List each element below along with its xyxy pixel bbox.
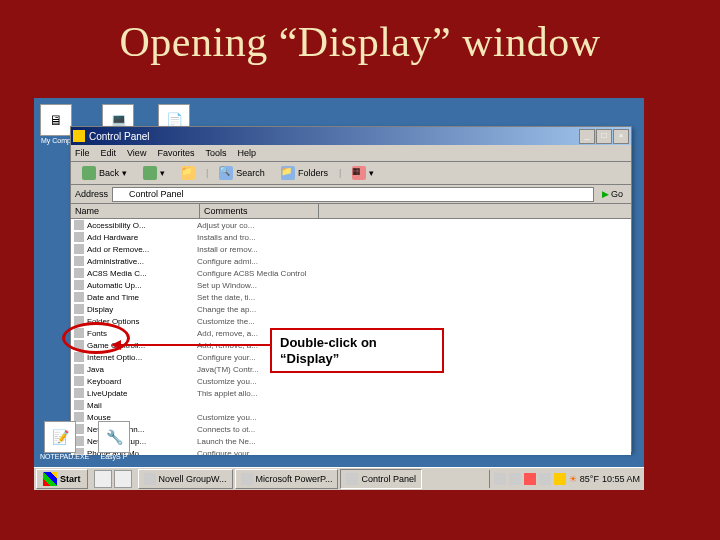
list-item[interactable]: Automatic Up...Set up Window... (71, 279, 631, 291)
item-icon (74, 364, 84, 374)
list-item[interactable]: MouseCustomize you... (71, 411, 631, 423)
ql-icon[interactable] (114, 470, 132, 488)
tray-icon[interactable] (554, 473, 566, 485)
list-item[interactable]: Network Setup...Launch the Ne... (71, 435, 631, 447)
task-buttons: Novell GroupW...Microsoft PowerP...Contr… (138, 469, 489, 489)
list-item[interactable]: Phone and Mo...Configure your... (71, 447, 631, 455)
task-label: Control Panel (361, 474, 416, 484)
list-item[interactable]: LiveUpdateThis applet allo... (71, 387, 631, 399)
list-item[interactable]: Network Conn...Connects to ot... (71, 423, 631, 435)
app-icon (346, 473, 358, 485)
list-item[interactable]: Folder OptionsCustomize the... (71, 315, 631, 327)
item-comment: Customize you... (194, 413, 307, 422)
item-name: Folder Options (87, 317, 139, 326)
item-icon (74, 280, 84, 290)
list-item[interactable]: Mail (71, 399, 631, 411)
system-tray[interactable]: ☀ 85°F 10:55 AM (489, 470, 644, 488)
window-icon (73, 130, 85, 142)
tray-icon[interactable] (509, 473, 521, 485)
column-headers[interactable]: Name Comments (71, 204, 631, 219)
item-icon (74, 376, 84, 386)
item-icon (74, 256, 84, 266)
item-icon (74, 340, 84, 350)
list-item[interactable]: Add or Remove...Install or remov... (71, 243, 631, 255)
item-name: Java (87, 365, 104, 374)
list-item[interactable]: AC8S Media C...Configure AC8S Media Cont… (71, 267, 631, 279)
task-label: Microsoft PowerP... (256, 474, 333, 484)
callout-line2: “Display” (280, 351, 339, 366)
item-comment: Connects to ot... (194, 425, 307, 434)
menu-item[interactable]: View (127, 148, 146, 158)
window-title: Control Panel (89, 131, 150, 142)
list-item[interactable]: DisplayChange the ap... (71, 303, 631, 315)
item-name: Date and Time (87, 293, 139, 302)
item-name: Internet Optio... (87, 353, 142, 362)
title-post: window (451, 19, 600, 65)
item-name: Administrative... (87, 257, 144, 266)
item-comment: Configure your... (194, 449, 307, 456)
list-item[interactable]: Date and TimeSet the date, ti... (71, 291, 631, 303)
list-item[interactable]: Add HardwareInstalls and tro... (71, 231, 631, 243)
file-icon: 📝 (44, 421, 76, 453)
folders-button[interactable]: 📁Folders (276, 164, 333, 182)
col-comments[interactable]: Comments (200, 204, 319, 218)
list-item[interactable]: Administrative...Configure admi... (71, 255, 631, 267)
close-button[interactable]: × (613, 129, 629, 144)
temperature: 85°F (580, 474, 599, 484)
item-icon (74, 388, 84, 398)
item-comment: Adjust your co... (194, 221, 307, 230)
menu-item[interactable]: Edit (101, 148, 117, 158)
control-panel-window[interactable]: Control Panel _ □ × FileEditViewFavorite… (70, 126, 632, 452)
slide-title: Opening “Display” window (0, 0, 720, 76)
item-name: Mail (87, 401, 102, 410)
taskbar[interactable]: Start Novell GroupW...Microsoft PowerP..… (34, 467, 644, 490)
tray-icon[interactable] (494, 473, 506, 485)
item-comment: Installs and tro... (194, 233, 307, 242)
address-bar: Address Control Panel ▶Go (71, 185, 631, 204)
tray-icon[interactable] (524, 473, 536, 485)
item-comment: This applet allo... (194, 389, 307, 398)
up-button[interactable]: 📁 (176, 164, 200, 182)
maximize-button[interactable]: □ (596, 129, 612, 144)
extra-icon[interactable]: 🔧 EasyS P (92, 421, 136, 464)
tray-icon[interactable] (539, 473, 551, 485)
minimize-button[interactable]: _ (579, 129, 595, 144)
back-button[interactable]: Back ▾ (77, 164, 132, 182)
app-icon (144, 473, 156, 485)
task-button[interactable]: Novell GroupW... (138, 469, 233, 489)
views-button[interactable]: ▦▾ (347, 164, 379, 182)
quick-launch (94, 470, 132, 488)
menubar[interactable]: FileEditViewFavoritesToolsHelp (71, 145, 631, 162)
ql-icon[interactable] (94, 470, 112, 488)
address-field[interactable]: Control Panel (112, 187, 594, 202)
col-name[interactable]: Name (71, 204, 200, 218)
icon-label: EasyS P (94, 453, 134, 460)
forward-button[interactable]: ▾ (138, 164, 170, 182)
screenshot-region: 🖥My Computer 💻screen saver📄screen loads.… (34, 98, 644, 490)
item-icon (74, 292, 84, 302)
desktop-icon[interactable]: 🖥 (40, 104, 72, 136)
item-comment: Set up Window... (194, 281, 307, 290)
menu-item[interactable]: Favorites (157, 148, 194, 158)
item-name: Display (87, 305, 113, 314)
start-button[interactable]: Start (36, 469, 88, 489)
search-button[interactable]: 🔍Search (214, 164, 270, 182)
go-button[interactable]: ▶Go (598, 189, 627, 199)
address-value: Control Panel (129, 189, 184, 199)
task-button[interactable]: Control Panel (340, 469, 422, 489)
titlebar[interactable]: Control Panel _ □ × (71, 127, 631, 145)
folder-icon (116, 189, 126, 199)
menu-item[interactable]: File (75, 148, 90, 158)
task-button[interactable]: Microsoft PowerP... (235, 469, 339, 489)
address-label: Address (75, 189, 108, 199)
item-icon (74, 316, 84, 326)
menu-item[interactable]: Help (237, 148, 256, 158)
list-item[interactable]: Accessibility O...Adjust your co... (71, 219, 631, 231)
menu-item[interactable]: Tools (205, 148, 226, 158)
item-name: Accessibility O... (87, 221, 146, 230)
callout-arrow (114, 344, 272, 346)
list-item[interactable]: KeyboardCustomize you... (71, 375, 631, 387)
notepad-icon[interactable]: 📝 NOTEPAD.EXE (38, 421, 82, 464)
item-icon (74, 304, 84, 314)
item-comment: Customize you... (194, 377, 307, 386)
